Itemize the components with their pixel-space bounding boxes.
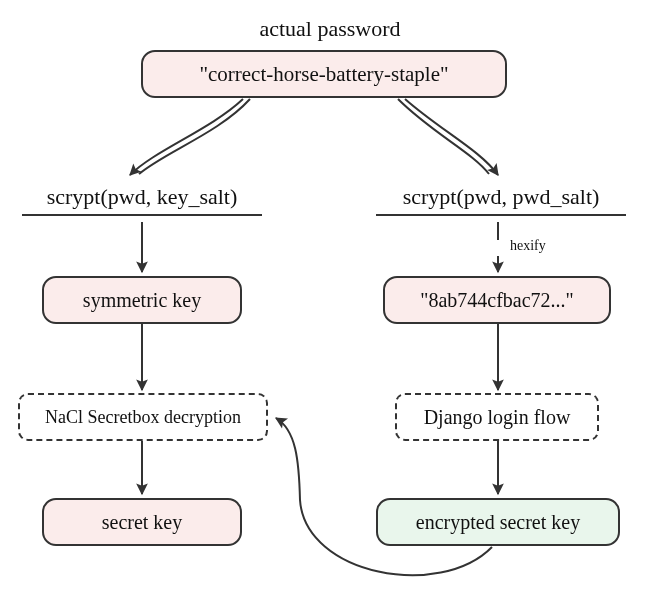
title-label: actual password (220, 16, 440, 42)
django-flow-node: Django login flow (395, 393, 599, 441)
encrypted-key-node: encrypted secret key (376, 498, 620, 546)
password-node: "correct-horse-battery-staple" (141, 50, 507, 98)
hash-node: "8ab744cfbac72..." (383, 276, 611, 324)
right-scrypt-heading: scrypt(pwd, pwd_salt) (376, 184, 626, 216)
nacl-decrypt-node: NaCl Secretbox decryption (18, 393, 268, 441)
hexify-label: hexify (510, 238, 566, 254)
diagram-stage: actual password "correct-horse-battery-s… (0, 0, 654, 608)
secret-key-node: secret key (42, 498, 242, 546)
left-scrypt-heading: scrypt(pwd, key_salt) (22, 184, 262, 216)
symmetric-key-node: symmetric key (42, 276, 242, 324)
